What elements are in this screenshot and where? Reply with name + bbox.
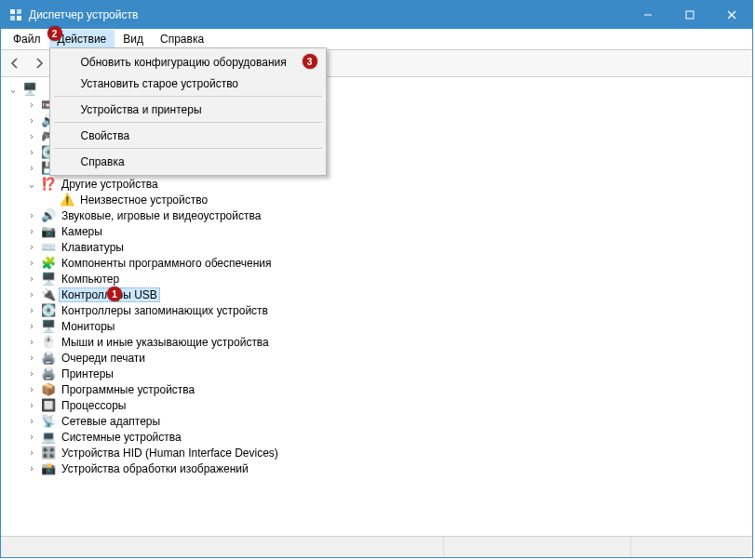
expander-open-icon[interactable]: ⌄: [25, 179, 38, 189]
expander-icon[interactable]: ›: [25, 463, 38, 473]
badge-3: 3: [303, 54, 317, 69]
printer-icon: 🖨️: [41, 367, 56, 381]
expander-icon[interactable]: ›: [25, 115, 38, 126]
system-icon: 💻: [41, 430, 56, 445]
status-cell: [444, 537, 631, 557]
tree-node-imaging[interactable]: ›📸Устройства обработки изображений: [7, 460, 752, 476]
expander-icon[interactable]: ›: [25, 416, 38, 426]
print-queue-icon: 🖨️: [41, 351, 56, 366]
tree-node-software-devices[interactable]: ›📦Программные устройства: [7, 381, 752, 397]
software-icon: 📦: [41, 382, 56, 397]
menu-file[interactable]: Файл: [5, 30, 49, 48]
tree-node-processors[interactable]: ›🔲Процессоры: [7, 397, 752, 413]
expander-icon[interactable]: ›: [25, 305, 38, 315]
expander-icon[interactable]: ›: [25, 432, 38, 442]
tree-node-other-devices[interactable]: ⌄⁉️Другие устройства: [7, 176, 752, 192]
computer-icon: 🖥️: [22, 82, 37, 97]
maximize-button[interactable]: [668, 1, 710, 29]
tree-node-usb-controllers[interactable]: › 🔌 Контроллеры USB 1: [7, 287, 752, 302]
minimize-button[interactable]: [627, 1, 668, 29]
keyboard-icon: ⌨️: [41, 240, 56, 255]
app-icon: [8, 7, 23, 22]
warning-icon: ⚠️: [60, 193, 74, 207]
menu-separator: [54, 148, 322, 149]
tree-node-keyboards[interactable]: ›⌨️Клавиатуры: [7, 239, 752, 255]
imaging-icon: 📸: [41, 461, 56, 476]
menu-view[interactable]: Вид: [115, 30, 152, 48]
expander-icon[interactable]: ›: [25, 131, 38, 141]
expander-icon[interactable]: ›: [25, 321, 38, 331]
close-button[interactable]: [710, 1, 752, 29]
expander-icon[interactable]: ›: [25, 226, 38, 236]
expander-icon[interactable]: ›: [25, 289, 38, 300]
expander-icon[interactable]: ›: [25, 337, 38, 347]
hid-icon: 🎛️: [41, 446, 56, 460]
menu-properties[interactable]: Свойства: [53, 125, 323, 146]
tree-node-system[interactable]: ›💻Системные устройства: [7, 429, 752, 445]
badge-2: 2: [47, 26, 62, 41]
usb-icon: 🔌: [41, 287, 56, 302]
tree-node-printers[interactable]: ›🖨️Принтеры: [7, 366, 752, 381]
expander-icon[interactable]: ›: [25, 242, 38, 252]
cpu-icon: 🔲: [41, 398, 56, 413]
svg-rect-2: [10, 16, 15, 20]
window-controls: [627, 1, 752, 29]
menu-devices-printers[interactable]: Устройства и принтеры: [53, 99, 323, 120]
titlebar: Диспетчер устройств: [1, 1, 752, 29]
expander-icon[interactable]: ›: [25, 258, 38, 268]
tree-node-audio[interactable]: ›🔊Звуковые, игровые и видеоустройства: [7, 207, 752, 223]
camera-icon: 📷: [41, 224, 56, 239]
tree-node-hid[interactable]: ›🎛️Устройства HID (Human Interface Devic…: [7, 445, 752, 460]
window-title: Диспетчер устройств: [29, 8, 627, 21]
status-cell: [631, 537, 752, 557]
expander-icon[interactable]: ›: [25, 210, 38, 220]
badge-1: 1: [107, 287, 122, 301]
menubar: Файл Действие 2 Обновить конфигурацию об…: [1, 29, 752, 50]
monitor-icon: 🖥️: [41, 319, 56, 334]
tree-node-computer[interactable]: ›🖥️Компьютер: [7, 271, 752, 287]
svg-rect-0: [10, 9, 15, 14]
expander-icon[interactable]: ›: [25, 384, 38, 394]
tree-node-cameras[interactable]: ›📷Камеры: [7, 223, 752, 239]
storage-icon: 💽: [41, 303, 56, 318]
tree-node-software-components[interactable]: ›🧩Компоненты программного обеспечения: [7, 255, 752, 271]
tree-node-network[interactable]: ›📡Сетевые адаптеры: [7, 413, 752, 429]
tree-node-storage-controllers[interactable]: ›💽Контроллеры запоминающих устройств: [7, 302, 752, 318]
expander-icon[interactable]: ›: [25, 400, 38, 410]
menu-help[interactable]: Справка: [53, 151, 323, 172]
expander-icon[interactable]: ›: [25, 100, 38, 110]
svg-rect-3: [17, 16, 21, 20]
expander-icon[interactable]: ›: [25, 147, 38, 157]
menu-help-top[interactable]: Справка: [152, 30, 212, 48]
network-icon: 📡: [41, 414, 56, 429]
expander-icon[interactable]: ›: [25, 353, 38, 363]
menu-separator: [54, 96, 322, 97]
expander-icon[interactable]: ›: [25, 447, 38, 458]
mouse-icon: 🖱️: [41, 335, 56, 350]
forward-button[interactable]: [29, 53, 49, 73]
statusbar: [1, 536, 752, 557]
expander-icon[interactable]: ›: [25, 368, 38, 379]
menu-scan-hardware-label: Обновить конфигурацию оборудования: [81, 56, 287, 69]
expander-open-icon[interactable]: ⌄: [7, 84, 20, 94]
action-dropdown: Обновить конфигурацию оборудования 3 Уст…: [49, 47, 327, 176]
audio-icon: 🔊: [41, 208, 56, 223]
warning-icon: ⁉️: [41, 177, 56, 192]
tree-node-mice[interactable]: ›🖱️Мыши и иные указывающие устройства: [7, 334, 752, 350]
component-icon: 🧩: [41, 256, 56, 271]
expander-icon[interactable]: ›: [25, 163, 38, 173]
expander-icon[interactable]: ›: [25, 273, 38, 284]
svg-rect-1: [17, 9, 21, 14]
status-cell: [1, 537, 444, 557]
menu-scan-hardware[interactable]: Обновить конфигурацию оборудования 3: [53, 51, 323, 73]
tree-node-unknown-device[interactable]: ⚠️Неизвестное устройство: [7, 192, 752, 207]
tree-node-print-queues[interactable]: ›🖨️Очереди печати: [7, 350, 752, 366]
device-manager-window: Диспетчер устройств Файл Действие 2 Обно…: [0, 0, 753, 558]
back-button[interactable]: [5, 53, 25, 73]
tree-node-monitors[interactable]: ›🖥️Мониторы: [7, 318, 752, 334]
menu-add-legacy[interactable]: Установить старое устройство: [53, 73, 323, 94]
computer-icon: 🖥️: [41, 272, 56, 287]
svg-rect-5: [686, 11, 694, 19]
menu-separator: [54, 122, 322, 123]
